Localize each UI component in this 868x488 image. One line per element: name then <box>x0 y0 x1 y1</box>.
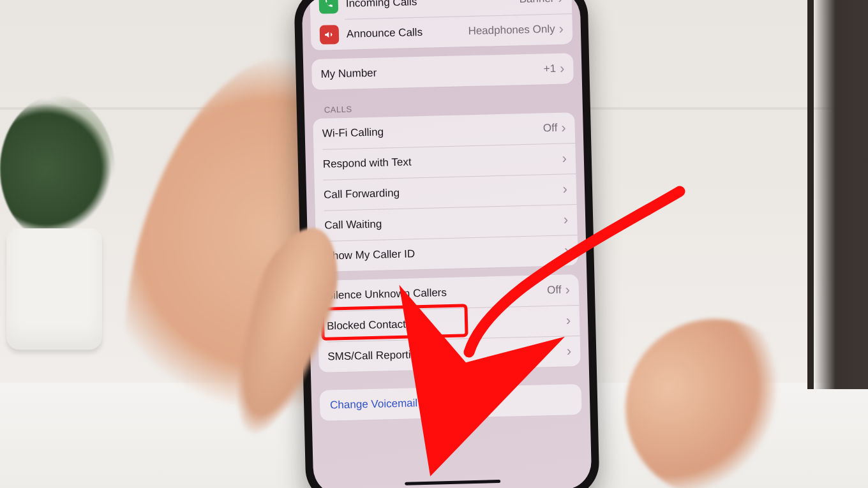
settings-group-silence: Silence Unknown Callers Off › Blocked Co… <box>317 274 580 373</box>
change-voicemail-password-link[interactable]: Change Voicemail Password <box>320 384 582 421</box>
sms-call-reporting-label: SMS/Call Reporting <box>327 344 567 363</box>
chevron-right-icon: › <box>562 182 567 196</box>
annotation-highlight-box <box>320 304 468 341</box>
chevron-right-icon: › <box>565 283 570 297</box>
announce-calls-value: Headphones Only <box>468 23 555 38</box>
settings-group-voicemail: Change Voicemail Password <box>320 384 582 421</box>
incoming-calls-label: Incoming Calls <box>346 0 520 10</box>
background-plant-pot <box>6 228 102 350</box>
show-caller-id-label: Show My Caller ID <box>325 244 564 263</box>
incoming-calls-value: Banner <box>519 0 554 6</box>
chevron-right-icon: › <box>564 243 569 257</box>
chevron-right-icon: › <box>562 151 567 165</box>
incoming-calls-icon <box>318 0 338 14</box>
home-indicator[interactable] <box>405 480 500 485</box>
background-picture-frame <box>807 0 868 389</box>
background-plant <box>0 96 115 242</box>
row-sms-call-reporting[interactable]: SMS/Call Reporting › <box>318 336 581 373</box>
call-forwarding-label: Call Forwarding <box>324 183 563 202</box>
announce-calls-label: Announce Calls <box>347 25 468 41</box>
call-waiting-label: Call Waiting <box>324 214 564 232</box>
wifi-calling-label: Wi-Fi Calling <box>322 122 544 140</box>
chevron-right-icon: › <box>558 0 563 6</box>
iphone-device: Incoming Calls Banner › Announce Calls H… <box>294 0 600 488</box>
chevron-right-icon: › <box>558 22 564 36</box>
my-number-value: +1 <box>543 63 556 75</box>
chevron-right-icon: › <box>561 121 566 135</box>
iphone-screen: Incoming Calls Banner › Announce Calls H… <box>301 0 592 488</box>
chevron-right-icon: › <box>564 212 569 226</box>
my-number-label: My Number <box>320 63 544 81</box>
row-announce-calls[interactable]: Announce Calls Headphones Only › <box>310 13 572 50</box>
silence-unknown-value: Off <box>547 284 562 297</box>
row-show-my-caller-id[interactable]: Show My Caller ID › <box>316 235 578 272</box>
respond-with-text-label: Respond with Text <box>323 152 562 171</box>
chevron-right-icon: › <box>567 344 572 358</box>
row-my-number[interactable]: My Number +1 › <box>311 53 574 90</box>
chevron-right-icon: › <box>565 313 571 327</box>
announce-calls-icon <box>320 25 340 45</box>
section-header-calls: CALLS <box>324 99 572 114</box>
silence-unknown-label: Silence Unknown Callers <box>326 284 548 302</box>
settings-group-calls: Wi-Fi Calling Off › Respond with Text › … <box>313 112 578 272</box>
chevron-right-icon: › <box>560 61 565 75</box>
settings-group-alerts: Incoming Calls Banner › Announce Calls H… <box>310 0 572 50</box>
settings-group-my-number: My Number +1 › <box>311 53 574 90</box>
wifi-calling-value: Off <box>543 122 558 135</box>
